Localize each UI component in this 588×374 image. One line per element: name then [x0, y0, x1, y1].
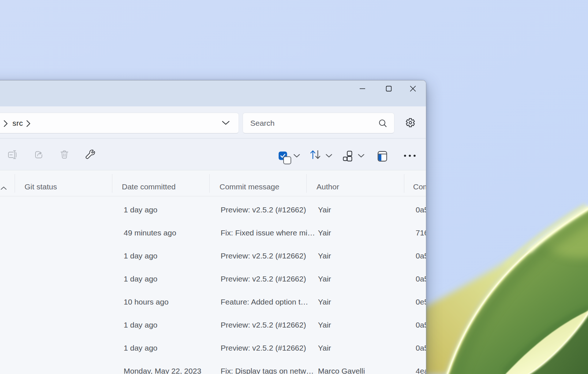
- maximize-icon: [386, 86, 392, 92]
- file-rows: 1 day agoPreview: v2.5.2 (#12662)Yair0a5…: [0, 196, 426, 374]
- column-separator[interactable]: [15, 174, 15, 193]
- navigation-bar: src Search: [0, 106, 426, 139]
- share-button[interactable]: [31, 139, 47, 170]
- sort-icon: [308, 149, 322, 160]
- column-header-git-status[interactable]: Git status: [25, 182, 57, 191]
- rename-button[interactable]: [5, 139, 21, 170]
- minimize-button[interactable]: [348, 80, 377, 97]
- sort-dropdown-button[interactable]: [324, 139, 334, 170]
- column-separator[interactable]: [306, 174, 307, 193]
- file-row[interactable]: Monday, May 22, 2023Fix: Display tags on…: [0, 359, 426, 374]
- search-icon: [378, 118, 387, 128]
- cell-commit-message: Fix: Fixed issue where mi…: [221, 221, 315, 244]
- cell-date-committed: Monday, May 22, 2023: [124, 359, 201, 374]
- cell-commit-hash: 4ea: [416, 359, 426, 374]
- cell-commit-message: Fix: Display tags on netw…: [221, 359, 314, 374]
- close-icon: [410, 86, 416, 92]
- settings-button[interactable]: [402, 114, 418, 131]
- chevron-up-icon: [0, 185, 7, 192]
- more-options-icon: [404, 154, 416, 157]
- cell-commit-hash: 0e5: [416, 290, 426, 313]
- cell-date-committed: 1 day ago: [124, 267, 157, 290]
- column-header-row: Git status Date committed Commit message…: [0, 170, 426, 196]
- file-list: Git status Date committed Commit message…: [0, 170, 426, 374]
- properties-button[interactable]: [82, 139, 98, 170]
- cell-date-committed: 1 day ago: [124, 313, 157, 336]
- cell-author: Yair: [318, 198, 331, 221]
- search-placeholder: Search: [250, 119, 275, 128]
- file-row[interactable]: 49 minutes agoFix: Fixed issue where mi……: [0, 221, 426, 244]
- cell-commit-hash: 0a5: [416, 198, 426, 221]
- column-header-date-committed[interactable]: Date committed: [122, 182, 176, 191]
- file-row[interactable]: 10 hours agoFeature: Added option t…Yair…: [0, 290, 426, 313]
- file-row[interactable]: 1 day agoPreview: v2.5.2 (#12662)Yair0a5: [0, 336, 426, 359]
- cell-commit-hash: 0a5: [416, 336, 426, 359]
- details-pane-button[interactable]: [374, 139, 390, 170]
- more-options-button[interactable]: [402, 139, 418, 170]
- chevron-down-icon: [357, 154, 365, 158]
- cell-commit-hash: 0a5: [416, 244, 426, 267]
- cell-date-committed: 1 day ago: [124, 198, 157, 221]
- file-row[interactable]: 1 day agoPreview: v2.5.2 (#12662)Yair0a5: [0, 198, 426, 221]
- address-bar[interactable]: [0, 113, 239, 133]
- chevron-right-icon: [26, 120, 31, 127]
- cell-commit-hash: 0a5: [416, 313, 426, 336]
- cell-date-committed: 1 day ago: [124, 244, 157, 267]
- column-separator[interactable]: [112, 174, 112, 193]
- view-button[interactable]: [340, 139, 355, 170]
- desktop: src Search: [0, 0, 588, 374]
- select-multiple-icon: [278, 151, 292, 165]
- search-icon[interactable]: [378, 118, 387, 129]
- chevron-right-icon[interactable]: [26, 120, 31, 129]
- cell-commit-message: Preview: v2.5.2 (#12662): [221, 198, 306, 221]
- view-dropdown-button[interactable]: [356, 139, 366, 170]
- cell-author: Yair: [318, 313, 331, 336]
- cell-date-committed: 10 hours ago: [124, 290, 169, 313]
- chevron-up-icon: [0, 186, 7, 190]
- cell-author: Yair: [318, 221, 331, 244]
- cell-author: Yair: [318, 244, 331, 267]
- cell-commit-message: Preview: v2.5.2 (#12662): [221, 336, 306, 359]
- close-button[interactable]: [401, 80, 425, 97]
- gear-icon: [405, 118, 415, 128]
- command-bar: [0, 139, 426, 170]
- chevron-right-icon: [3, 120, 8, 129]
- cell-date-committed: 1 day ago: [124, 336, 157, 359]
- breadcrumb-item-src[interactable]: src: [12, 119, 23, 128]
- cell-author: Yair: [318, 290, 331, 313]
- address-dropdown-button[interactable]: [217, 117, 234, 129]
- rename-icon: [8, 149, 19, 160]
- cell-commit-hash: 716: [416, 221, 426, 244]
- file-row[interactable]: 1 day agoPreview: v2.5.2 (#12662)Yair0a5: [0, 267, 426, 290]
- select-dropdown-button[interactable]: [292, 139, 302, 170]
- cell-commit-message: Preview: v2.5.2 (#12662): [221, 267, 306, 290]
- maximize-button[interactable]: [377, 80, 401, 97]
- column-header-commit-hash[interactable]: Commit hash: [413, 182, 426, 191]
- cell-author: Yair: [318, 267, 331, 290]
- explorer-window: src Search: [0, 80, 426, 374]
- column-separator[interactable]: [209, 174, 210, 193]
- select-multiple-button[interactable]: [277, 139, 293, 170]
- caption-buttons: [348, 80, 425, 106]
- details-pane-icon: [378, 151, 387, 162]
- delete-button[interactable]: [56, 139, 72, 170]
- search-box[interactable]: Search: [243, 113, 394, 133]
- file-row[interactable]: 1 day agoPreview: v2.5.2 (#12662)Yair0a5: [0, 244, 426, 267]
- sort-button[interactable]: [308, 139, 323, 170]
- share-icon: [34, 150, 44, 160]
- cell-commit-message: Preview: v2.5.2 (#12662): [221, 313, 306, 336]
- chevron-down-icon: [293, 154, 300, 158]
- cell-date-committed: 49 minutes ago: [124, 221, 176, 244]
- cell-commit-message: Feature: Added option t…: [221, 290, 308, 313]
- file-row[interactable]: 1 day agoPreview: v2.5.2 (#12662)Yair0a5: [0, 313, 426, 336]
- minimize-icon: [359, 86, 366, 92]
- chevron-right-icon: [3, 120, 8, 127]
- column-separator[interactable]: [404, 174, 404, 193]
- column-header-commit-message[interactable]: Commit message: [220, 182, 279, 191]
- cell-author: Yair: [318, 336, 331, 359]
- delete-icon: [60, 150, 69, 160]
- titlebar[interactable]: [0, 80, 426, 106]
- view-options-icon: [343, 151, 352, 162]
- column-header-author[interactable]: Author: [317, 182, 339, 191]
- wrench-icon: [85, 149, 96, 160]
